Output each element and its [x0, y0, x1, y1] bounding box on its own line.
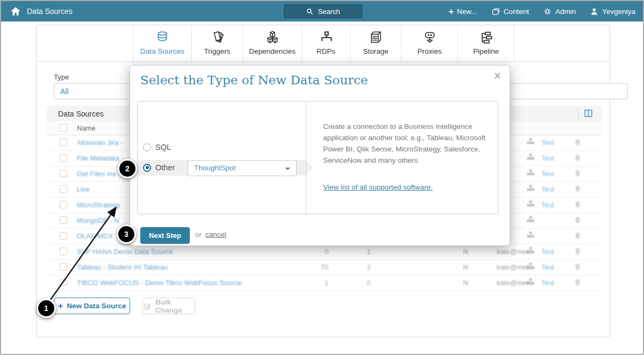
- gear-icon: [543, 7, 552, 16]
- new-data-source-modal: Select the Type of New Data Source × SQL…: [130, 65, 510, 246]
- nav-user[interactable]: Yevgeniya: [590, 7, 635, 16]
- tab-proxies[interactable]: Proxies: [402, 25, 458, 61]
- row-count-1: 70: [291, 263, 328, 271]
- row-count-1: 0: [291, 248, 328, 256]
- nav-admin[interactable]: Admin: [543, 7, 576, 16]
- datasource-link[interactable]: SAP HANA Demo Data Source: [77, 248, 173, 256]
- datasource-link[interactable]: MongoDB - N: [77, 216, 119, 224]
- row-flag: N: [457, 248, 474, 256]
- table-row: SAP HANA Demo Data Source 0 1 N kate@met…: [46, 244, 602, 260]
- callout-badge-1: 1: [37, 299, 56, 318]
- test-link[interactable]: Test: [541, 201, 554, 209]
- tab-triggers[interactable]: Triggers: [192, 25, 243, 61]
- test-link[interactable]: Test: [541, 170, 554, 178]
- divider: [578, 108, 578, 119]
- row-count-2: 2: [347, 263, 390, 271]
- trash-icon[interactable]: [574, 200, 582, 209]
- dependency-tree-icon[interactable]: [526, 137, 535, 146]
- test-link[interactable]: Test: [541, 279, 554, 287]
- dependency-tree-icon[interactable]: [526, 169, 535, 177]
- nav-content[interactable]: Content: [491, 7, 529, 16]
- type-selection-panel: SQL Other ThoughtSpot Create a connectio…: [137, 101, 498, 214]
- columns-icon[interactable]: [583, 108, 593, 118]
- row-checkbox[interactable]: [60, 279, 67, 286]
- tab-data-sources[interactable]: Data Sources: [133, 25, 192, 61]
- test-link[interactable]: Test: [541, 263, 554, 271]
- trash-icon[interactable]: [574, 231, 582, 240]
- database-icon: [155, 29, 169, 46]
- cubes-icon: [265, 29, 280, 46]
- dependency-tree-icon[interactable]: [526, 278, 535, 286]
- edit-icon: [143, 302, 152, 310]
- trash-icon[interactable]: [574, 262, 582, 271]
- next-step-button[interactable]: Next Step: [140, 227, 190, 244]
- dependency-tree-icon[interactable]: [526, 200, 535, 208]
- row-count-1: 1: [291, 279, 328, 287]
- panel-divider: [306, 102, 306, 214]
- row-checkbox[interactable]: [60, 185, 67, 193]
- type-description: Create a connection to a Business Intell…: [323, 121, 495, 166]
- datasource-link[interactable]: TIBCO WebFOCUS - Demo Tibco WebFocus Sou…: [77, 279, 242, 287]
- datasource-link[interactable]: File Metadata: [77, 154, 119, 162]
- row-checkbox[interactable]: [60, 263, 67, 271]
- trash-icon[interactable]: [574, 137, 582, 147]
- tab-dependencies[interactable]: Dependencies: [243, 25, 302, 61]
- supported-software-link[interactable]: View list of all supported software.: [323, 183, 433, 191]
- test-link[interactable]: Test: [541, 248, 554, 256]
- global-search-button[interactable]: Search: [284, 4, 362, 18]
- proxy-icon: [422, 29, 437, 46]
- datasource-link[interactable]: Live: [77, 185, 90, 193]
- or-label: or: [195, 230, 202, 238]
- modal-title: Select the Type of New Data Source: [140, 73, 368, 87]
- datasource-link[interactable]: Tableau - Student ## Tableau: [77, 263, 168, 271]
- tab-pipeline[interactable]: Pipeline: [458, 25, 514, 61]
- tab-rdps[interactable]: RDPs: [302, 25, 350, 61]
- dependency-tree-icon[interactable]: [526, 184, 535, 193]
- datasource-link[interactable]: Get Files via: [77, 170, 116, 178]
- tab-storage[interactable]: Storage: [350, 25, 402, 61]
- test-link[interactable]: Test: [541, 139, 554, 147]
- other-radio-option[interactable]: Other: [143, 161, 175, 175]
- test-link[interactable]: Test: [541, 154, 554, 162]
- cancel-link[interactable]: cancel: [205, 230, 226, 238]
- trash-icon[interactable]: [574, 215, 582, 224]
- row-count-2: 1: [347, 248, 390, 256]
- close-icon[interactable]: ×: [494, 69, 501, 84]
- select-all-checkbox[interactable]: [60, 124, 67, 132]
- triggers-icon: [210, 29, 225, 46]
- search-icon: [306, 8, 314, 16]
- dependency-tree-icon[interactable]: [526, 215, 535, 224]
- dependency-tree-icon[interactable]: [526, 153, 535, 162]
- nav-new[interactable]: + New...: [448, 7, 477, 16]
- bulk-change-button[interactable]: Bulk Change: [142, 298, 195, 314]
- new-data-source-button[interactable]: + New Data Source: [54, 298, 130, 314]
- trash-icon[interactable]: [574, 278, 582, 287]
- trash-icon[interactable]: [574, 184, 582, 193]
- trash-icon[interactable]: [574, 153, 582, 162]
- home-icon[interactable]: [10, 5, 22, 17]
- chevron-down-icon: [285, 168, 290, 170]
- datasource-link[interactable]: MicroStrategy: [77, 201, 120, 209]
- dependency-tree-icon[interactable]: [526, 247, 535, 255]
- row-checkbox[interactable]: [60, 248, 67, 255]
- trash-icon[interactable]: [574, 169, 582, 178]
- row-checkbox[interactable]: [60, 139, 67, 146]
- radio-unselected-icon[interactable]: [143, 143, 151, 151]
- row-checkbox[interactable]: [60, 201, 67, 208]
- pipeline-icon: [478, 29, 493, 46]
- datasource-link[interactable]: Atlassian Jira -: [77, 139, 123, 147]
- row-checkbox[interactable]: [60, 216, 67, 224]
- trash-icon[interactable]: [574, 247, 582, 256]
- row-checkbox[interactable]: [60, 232, 67, 240]
- sql-radio-option[interactable]: SQL: [143, 140, 171, 154]
- dependency-tree-icon[interactable]: [526, 262, 535, 271]
- radio-selected-icon[interactable]: [143, 164, 151, 172]
- test-link[interactable]: Test: [541, 185, 554, 193]
- row-checkbox[interactable]: [60, 154, 67, 162]
- other-type-dropdown[interactable]: ThoughtSpot: [188, 160, 297, 176]
- datasource-link[interactable]: OLAP/MDX: [77, 232, 113, 240]
- row-owner: kate@met...: [497, 279, 548, 287]
- user-icon: [590, 7, 599, 16]
- row-checkbox[interactable]: [60, 170, 67, 177]
- dependency-tree-icon[interactable]: [526, 231, 535, 240]
